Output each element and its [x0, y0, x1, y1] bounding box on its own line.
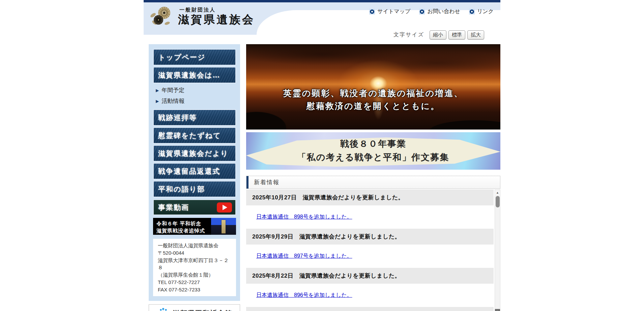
chrysanthemum-crest-icon	[150, 6, 175, 27]
sidebar-item[interactable]: 戦争遺留品返還式	[153, 163, 236, 179]
page: 一般財団法人 滋賀県遺族会 サイトマップお問い合わせリンク 文字サイズ 縮小標準…	[144, 0, 500, 311]
news-accent-bar	[246, 176, 248, 189]
font-size-standard-button[interactable]: 標準	[448, 30, 465, 39]
font-size-buttons: 縮小標準拡大	[428, 30, 484, 39]
sidebar-item-label: 平和の語り部	[158, 185, 205, 193]
contact-line: FAX 077-522-7233	[158, 286, 231, 293]
news-date-row: 2025年8月22日 滋賀県遺族会だよりを更新しました。	[246, 268, 494, 284]
org-name: 滋賀県遺族会	[178, 13, 255, 26]
sidebar-sublink[interactable]: ▶活動情報	[156, 97, 236, 105]
video-button-label: 事業動画	[158, 203, 189, 212]
news-date-row: 2025年10月27日 滋賀県遺族会だよりを更新しました。	[246, 190, 494, 205]
arrow-right-icon: ▶	[156, 88, 159, 93]
hero-caption: 英霊の顕彰、戦没者の遺族の福祉の増進、 慰藉救済の道を開くとともに。	[246, 87, 500, 113]
top-navy-bar	[144, 0, 500, 2]
campaign-banner[interactable]: 戦後８０年事業 「私の考える戦争と平和」作文募集	[246, 132, 500, 170]
campaign-line2: 「私の考える戦争と平和」作文募集	[246, 150, 500, 164]
news-section: 2025年10月27日 滋賀県遺族会だよりを更新しました。日本遺族通信 898号…	[246, 190, 500, 311]
font-size-enlarge-button[interactable]: 拡大	[467, 30, 484, 39]
nav-link-links[interactable]: リンク	[469, 8, 494, 15]
news-date-row: 2025年9月29日 滋賀県遺族会だよりを更新しました。	[246, 229, 494, 245]
site-header: 一般財団法人 滋賀県遺族会 サイトマップお問い合わせリンク 文字サイズ 縮小標準…	[144, 2, 500, 35]
hero-image: 英霊の顕彰、戦没者の遺族の福祉の増進、 慰藉救済の道を開くとともに。	[246, 44, 500, 130]
sidebar-item[interactable]: 滋賀県遺族会だより	[153, 145, 236, 162]
news-link-row: 日本遺族通信 896号を追加しました。	[246, 288, 494, 302]
nav-link-contact[interactable]: お問い合わせ	[419, 8, 460, 15]
nav-bullet-icon	[419, 9, 425, 15]
contact-info-box: 一般財団法人滋賀県遺族会〒520-0044滋賀県大津市京町四丁目３－２８（滋賀県…	[153, 239, 236, 296]
contact-line: TEL 077-522-7227	[158, 279, 231, 286]
sidebar-item-label: 滋賀県遺族会は…	[158, 71, 221, 79]
sidebar-item[interactable]: 平和の語り部	[153, 181, 236, 197]
sidebar-item-label: トップページ	[158, 53, 205, 61]
news-link-row: 日本遺族通信 898号を追加しました。	[246, 210, 494, 224]
scroll-thumb[interactable]	[496, 196, 500, 207]
hero-caption-line2: 慰藉救済の道を開くとともに。	[246, 100, 500, 113]
news-link[interactable]: 日本遺族通信 897号を追加しました。	[256, 253, 352, 259]
hero-caption-line1: 英霊の顕彰、戦没者の遺族の福祉の増進、	[246, 87, 500, 100]
news-list: 2025年10月27日 滋賀県遺族会だよりを更新しました。日本遺族通信 898号…	[246, 190, 494, 311]
org-type: 一般財団法人	[179, 7, 255, 13]
utility-nav: サイトマップお問い合わせリンク	[369, 8, 494, 15]
main-content: 英霊の顕彰、戦没者の遺族の福祉の増進、 慰藉救済の道を開くとともに。 戦後８０年…	[246, 44, 500, 311]
arrow-right-icon: ▶	[156, 99, 159, 104]
sidebar-item-label: 滋賀県遺族会だより	[158, 149, 228, 158]
sidebar-item[interactable]: 滋賀県遺族会は…	[153, 67, 236, 83]
memorial-banner-line2: 滋賀県戦没者追悼式	[156, 227, 211, 234]
campaign-line1: 戦後８０年事業	[246, 137, 500, 150]
news-title-label: 新着情報	[246, 176, 280, 189]
contact-line: （滋賀県厚生会館１階）	[158, 271, 231, 279]
sidebar: トップページ滋賀県遺族会は…▶年間予定▶活動情報戦跡巡拝等慰霊碑をたずねて滋賀県…	[149, 44, 240, 311]
scroll-down-arrow-icon[interactable]: ▼	[495, 309, 500, 311]
sidebar-sublink[interactable]: ▶年間予定	[156, 86, 236, 94]
news-link-row: 日本遺族通信 897号を追加しました。	[246, 249, 494, 263]
news-section-title: 新着情報	[246, 176, 500, 189]
nav-link-label: お問い合わせ	[427, 8, 460, 15]
sidebar-item-label: 戦争遺留品返還式	[158, 167, 220, 175]
nav-bullet-icon	[369, 9, 375, 15]
peace-hall-banner[interactable]: 滋賀県平和祈念館	[149, 304, 240, 311]
blue-dot-flower-icon	[157, 307, 170, 311]
logo-text: 一般財団法人 滋賀県遺族会	[178, 7, 255, 26]
scroll-up-arrow-icon[interactable]: ▲	[495, 190, 500, 196]
sidebar-item-label: 戦跡巡拝等	[158, 113, 197, 122]
youtube-play-icon	[217, 202, 232, 213]
peace-hall-label: 滋賀県平和祈念館	[173, 309, 232, 311]
memorial-banner-photo	[211, 218, 236, 235]
sidebar-item-video[interactable]: 事業動画	[153, 199, 236, 215]
news-link[interactable]: 日本遺族通信 898号を追加しました。	[256, 214, 352, 220]
sidebar-sublinks: ▶年間予定▶活動情報	[156, 86, 236, 105]
sidebar-item-label: 慰霊碑をたずねて	[158, 131, 221, 140]
sidebar-item[interactable]: 慰霊碑をたずねて	[153, 127, 236, 144]
sidebar-menu: トップページ滋賀県遺族会は…▶年間予定▶活動情報戦跡巡拝等慰霊碑をたずねて滋賀県…	[153, 49, 236, 197]
memorial-ceremony-banner[interactable]: 令和６年 平和祈念 滋賀県戦没者追悼式	[153, 218, 236, 235]
font-size-label: 文字サイズ	[393, 31, 424, 38]
contact-line: 滋賀県大津市京町四丁目３－２８	[158, 257, 231, 272]
nav-link-label: サイトマップ	[377, 8, 410, 15]
contact-line: 一般財団法人滋賀県遺族会	[158, 242, 231, 249]
news-link[interactable]: 日本遺族通信 896号を追加しました。	[256, 292, 352, 298]
sidebar-item[interactable]: 戦跡巡拝等	[153, 109, 236, 126]
sidebar-sublink-label: 年間予定	[162, 86, 184, 94]
nav-link-sitemap[interactable]: サイトマップ	[369, 8, 410, 15]
contact-line: 〒520-0044	[158, 249, 231, 257]
news-scrollbar[interactable]: ▲ ▼	[495, 190, 500, 311]
memorial-banner-text: 令和６年 平和祈念 滋賀県戦没者追悼式	[153, 218, 211, 235]
sidebar-menu-panel: トップページ滋賀県遺族会は…▶年間予定▶活動情報戦跡巡拝等慰霊碑をたずねて滋賀県…	[149, 44, 240, 301]
font-size-controls: 文字サイズ 縮小標準拡大	[393, 30, 484, 39]
sidebar-item[interactable]: トップページ	[153, 49, 236, 65]
nav-bullet-icon	[469, 9, 475, 15]
nav-link-label: リンク	[477, 8, 494, 15]
campaign-banner-text: 戦後８０年事業 「私の考える戦争と平和」作文募集	[246, 137, 500, 164]
memorial-banner-line1: 令和６年 平和祈念	[156, 220, 211, 227]
news-date-row: 2025年7月23日 滋賀県遺族会だよりを更新しました。	[246, 307, 494, 311]
sidebar-sublink-label: 活動情報	[162, 97, 184, 105]
site-logo[interactable]: 一般財団法人 滋賀県遺族会	[150, 6, 255, 27]
content-columns: トップページ滋賀県遺族会は…▶年間予定▶活動情報戦跡巡拝等慰霊碑をたずねて滋賀県…	[144, 44, 500, 311]
font-size-shrink-button[interactable]: 縮小	[430, 30, 446, 39]
